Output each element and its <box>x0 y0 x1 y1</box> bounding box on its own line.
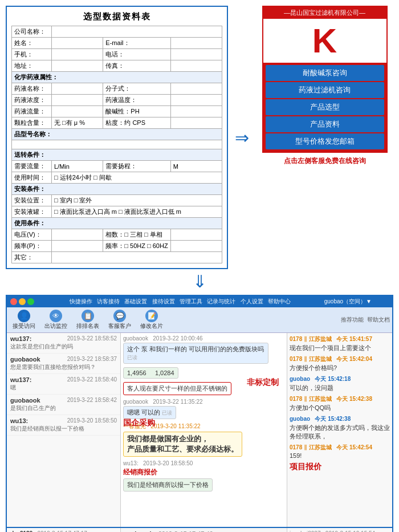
click-hint: 点击左侧客服免费在线咨询 <box>284 156 366 166</box>
form-title: 选型数据资料表 <box>11 11 222 22</box>
rchat-body: 可以的，没问题 <box>290 384 390 392</box>
toolbar-right: 推荐功能 帮助文档 <box>341 316 390 324</box>
hz-label: 频率：□ 50HZ □ 60HZ <box>103 241 170 252</box>
email-label: E-mail： <box>103 38 170 49</box>
tab-ranking[interactable]: 📋 排排名表 <box>73 308 103 331</box>
monitor-icon: 👁 <box>50 310 62 322</box>
freq-label: 频率(P)： <box>12 241 52 252</box>
tab-accept-visit[interactable]: 👤 接受访问 <box>9 308 39 331</box>
chat-body: wu137: 2019-3-22 18:58:52 这款泵是您们自生产的吗 gu… <box>7 333 392 527</box>
company-header: —昆山国宝过滤机有限公司— <box>263 7 386 19</box>
rchat-msg-2: 0178 ‖ 江苏盐城 今天 15:42:04 方便报个价格吗? <box>290 355 390 372</box>
phase-value <box>170 229 222 241</box>
annotation-feidingzhi: 非标定制 <box>247 377 279 388</box>
pump-consult-btn[interactable]: 耐酸碱泵咨询 <box>266 65 384 81</box>
tab-accept-label: 接受访问 <box>13 322 35 330</box>
tel-value <box>170 49 222 60</box>
card-icon: 📝 <box>145 310 158 322</box>
voltage-value <box>52 229 103 241</box>
window-title: 快捷操作 访客接待 基础设置 接待设置 管理工具 记录与统计 个人设置 帮助中心… <box>36 298 389 306</box>
rchat-msg-5: guobao 今天 15:42:38 方便啊个她的发送多方式吗，我这业务经理联系… <box>290 415 390 441</box>
contact-msg: 我们是经销商所以报一下价格 <box>10 425 101 433</box>
freq-value <box>52 241 103 252</box>
addr-label: 地址： <box>12 60 52 72</box>
flow-section-header: 送转条件： <box>12 149 222 161</box>
rchat-header: 0178 ‖ 江苏盐城 今天 15:42:54 <box>290 444 390 452</box>
msg-read: 已读 <box>162 410 172 416</box>
ph-value <box>170 106 222 117</box>
model-value <box>12 140 222 149</box>
contact-wu137-1[interactable]: wu137: 2019-3-22 18:58:52 这款泵是您们自生产的吗 <box>7 333 120 354</box>
contact-name: guobaook <box>10 356 40 363</box>
fax-value <box>170 60 222 72</box>
chat-section: 快捷操作 访客接待 基础设置 接待设置 管理工具 记录与统计 个人设置 帮助中心… <box>6 295 393 532</box>
mol-label: 分子式： <box>103 83 170 95</box>
tab-monitor[interactable]: 👁 出访监控 <box>41 308 71 331</box>
contact-msg: 是我们自己生产的 <box>10 404 101 412</box>
contact-wu137-2[interactable]: wu137: 2019-3-22 18:58:40 嗯 <box>7 374 120 395</box>
contact-time: 2019-3-22 18:58:37 <box>67 356 117 362</box>
head-value: M <box>170 161 222 172</box>
conc-label: 药液浓度： <box>12 95 52 106</box>
rchat-msg-1: 0178 ‖ 江苏盐城 今天 15:41:57 现在我们一个项目上需要这个 <box>290 335 390 352</box>
chem-name-value <box>52 83 103 95</box>
rchat-msg-4: 0178 ‖ 江苏盐城 今天 15:42:38 方便加个QQ吗 <box>290 395 390 412</box>
rchat-body: 方便报个价格吗? <box>290 364 390 372</box>
product-info-btn[interactable]: 产品资料 <box>266 116 384 132</box>
model-section-header: 品型号名称： <box>12 129 222 140</box>
annotation-container-2: 一客服光 2019-3-20 11:35:22 我们都是做国有企业的，产品质量和… <box>123 423 284 457</box>
temp-label: 药液温度： <box>103 95 170 106</box>
name-value <box>52 38 103 49</box>
contact-guobaook-2[interactable]: guobaook 2019-3-22 18:58:42 是我们自己生产的 <box>7 395 120 415</box>
contact-msg: 您是需要我们直接给您报价对吗？ <box>10 363 101 371</box>
contact-name: wu137: <box>10 335 31 342</box>
time-value: □ 运转24小时 □ 间歇 <box>52 172 222 184</box>
filter-consult-btn[interactable]: 药液过滤机咨询 <box>266 82 384 98</box>
chem-section-header: 化学药液属性： <box>12 72 222 83</box>
tab-service[interactable]: 💬 客服客户 <box>105 308 135 331</box>
max-btn[interactable] <box>27 298 34 305</box>
contact-name: guobaook <box>10 397 40 404</box>
install-pos-label: 安装位置： <box>12 195 52 206</box>
phone-label: 手机： <box>12 49 52 60</box>
tab-monitor-label: 出访监控 <box>44 322 67 330</box>
contact-guobaook-1[interactable]: guobaook 2019-3-22 18:58:37 您是需要我们直接给您报价… <box>7 354 120 374</box>
contact-msg: 嗯 <box>10 384 101 392</box>
msg-header: guobaook 2019-3-22 10:00:46 <box>123 335 284 342</box>
contact-name: wu13: <box>10 417 28 424</box>
rchat-body: 现在我们一个项目上需要这个 <box>290 344 390 352</box>
contact-wu13[interactable]: wu13: 2019-3-20 18:58:50 我们是经销商所以报一下价格 <box>7 415 120 436</box>
tab-card[interactable]: 📝 修改名片 <box>137 308 166 331</box>
rchat-header: 0178 ‖ 江苏盐城 今天 15:41:57 <box>290 335 390 343</box>
product-select-btn[interactable]: 产品选型 <box>266 99 384 115</box>
flow-chem-value <box>52 106 103 117</box>
phase-label: 相数：□ 三相 □ 单相 <box>103 229 170 241</box>
contact-list: wu137: 2019-3-22 18:58:52 这款泵是您们自生产的吗 gu… <box>7 333 121 527</box>
form-card: 选型数据资料表 公司名称： 姓名： E-mail： 手机： 电话： 地址： <box>6 6 228 269</box>
company-value <box>52 26 222 38</box>
annotation-container-1: 客人现在要尺寸一样的但是不锈钢的 非标定制 <box>123 382 284 395</box>
k-letter: K <box>312 24 337 58</box>
addr-value <box>52 60 103 72</box>
phone-value <box>52 49 103 60</box>
chat-center: guobaook 2019-3-22 10:00:46 这个 泵 和我们一样的 … <box>121 333 287 527</box>
msg-read: 已读 <box>127 355 137 360</box>
conc-value <box>52 95 103 106</box>
msg-bubble: 嗯嗯 可以的 已读 <box>123 406 176 419</box>
mol-value <box>170 83 222 95</box>
chat-tabs: 👤 接受访问 👁 出访监控 📋 排排名表 💬 客服客户 📝 修改名片 推荐功能 … <box>7 307 392 333</box>
price-email-btn[interactable]: 型号价格发您邮箱 <box>266 133 384 149</box>
company-card: —昆山国宝过滤机有限公司— K 耐酸碱泵咨询 药液过滤机咨询 产品选型 产品资料… <box>262 6 388 153</box>
msg-bubble-guoqi: 我们都是做国有企业的，产品质量和工艺、要求必须达标。 <box>123 432 242 457</box>
install-section-header: 安装条件： <box>12 184 222 195</box>
msg-bubble: 这个 泵 和我们一样的 可以用用们的的免费版块吗 已读 <box>123 343 268 364</box>
use-section-header: 使用条件： <box>12 218 222 229</box>
install-tank-label: 安装液罐： <box>12 206 52 218</box>
service-icon: 💬 <box>113 310 126 322</box>
min-btn[interactable] <box>19 298 26 305</box>
name-label: 姓名： <box>12 38 52 49</box>
window-chrome: 快捷操作 访客接待 基础设置 接待设置 管理工具 记录与统计 个人设置 帮助中心… <box>7 296 392 307</box>
close-btn[interactable] <box>10 298 17 305</box>
rchat-mine: guobao 今天 15:42:38 <box>290 415 390 423</box>
chat-bottom: ykw3138 2019-3-15 17:47:17 我们们的设想是，，装个检测… <box>7 527 392 532</box>
